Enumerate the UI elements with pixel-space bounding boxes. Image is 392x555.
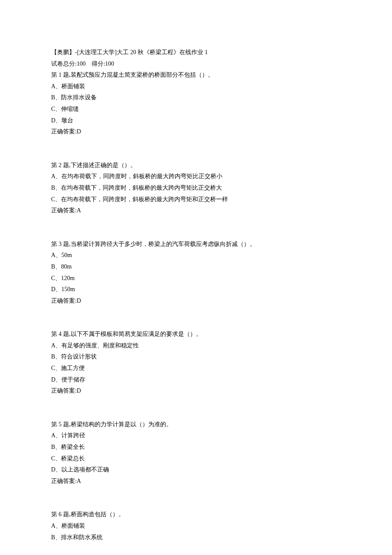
option: B、符合设计形状	[51, 351, 341, 363]
question-stem: 第 6 题,桥面构造包括（）。	[51, 509, 341, 520]
option: A、50m	[51, 250, 341, 261]
option: B、防水排水设备	[51, 92, 341, 104]
answer-line: 正确答案:A	[51, 476, 341, 487]
header-block: 【奥鹏】-[大连理工大学]大工 20 秋《桥梁工程》在线作业 1 试卷总分:10…	[51, 47, 341, 138]
option: C、伸缩缝	[51, 104, 341, 115]
option: D、以上选项都不正确	[51, 464, 341, 476]
option: C、在均布荷载下，同跨度时，斜板桥的最大跨内弯矩和正交桥一样	[51, 194, 341, 205]
option: A、有足够的强度、刚度和稳定性	[51, 340, 341, 352]
answer-line: 正确答案:D	[51, 126, 341, 138]
answer-line: 正确答案:A	[51, 205, 341, 217]
option: A、桥面铺装	[51, 520, 341, 532]
question-block: 第 3 题,当桥梁计算跨径大于多少时，桥梁上的汽车荷载应考虑纵向折减（）。 A、…	[51, 239, 341, 307]
option: D、便于储存	[51, 374, 341, 386]
option: C、桥梁总长	[51, 453, 341, 465]
doc-title: 【奥鹏】-[大连理工大学]大工 20 秋《桥梁工程》在线作业 1	[51, 47, 341, 58]
question-stem: 第 2 题,下述描述正确的是（）。	[51, 160, 341, 171]
question-block: 第 4 题,以下不属于模板和简易支架应满足的要求是（）。 A、有足够的强度、刚度…	[51, 329, 341, 397]
question-block: 第 6 题,桥面构造包括（）。 A、桥面铺装 B、排水和防水系统	[51, 509, 341, 543]
option: A、桥面铺装	[51, 81, 341, 92]
score-line: 试卷总分:100 得分:100	[51, 58, 341, 70]
question-block: 第 5 题,桥梁结构的力学计算是以（）为准的。 A、计算跨径 B、桥梁全长 C、…	[51, 419, 341, 487]
option: A、计算跨径	[51, 430, 341, 442]
option: C、120m	[51, 273, 341, 284]
answer-line: 正确答案:D	[51, 295, 341, 307]
option: D、150m	[51, 284, 341, 295]
question-block: 第 2 题,下述描述正确的是（）。 A、在均布荷载下，同跨度时，斜板桥的最大跨内…	[51, 160, 341, 217]
question-stem: 第 5 题,桥梁结构的力学计算是以（）为准的。	[51, 419, 341, 431]
option: A、在均布荷载下，同跨度时，斜板桥的最大跨内弯矩比正交桥小	[51, 171, 341, 182]
option: B、80m	[51, 261, 341, 273]
option: B、排水和防水系统	[51, 532, 341, 543]
answer-line: 正确答案:D	[51, 385, 341, 397]
question-stem: 第 1 题,装配式预应力混凝土简支梁桥的桥面部分不包括（）。	[51, 69, 341, 81]
option: B、桥梁全长	[51, 442, 341, 453]
question-stem: 第 4 题,以下不属于模板和简易支架应满足的要求是（）。	[51, 329, 341, 340]
question-stem: 第 3 题,当桥梁计算跨径大于多少时，桥梁上的汽车荷载应考虑纵向折减（）。	[51, 239, 341, 250]
option: D、墩台	[51, 115, 341, 127]
option: B、在均布荷载下，同跨度时，斜板桥的最大跨内弯矩比正交桥大	[51, 182, 341, 194]
document-page: 【奥鹏】-[大连理工大学]大工 20 秋《桥梁工程》在线作业 1 试卷总分:10…	[0, 0, 392, 555]
option: C、施工方便	[51, 363, 341, 374]
